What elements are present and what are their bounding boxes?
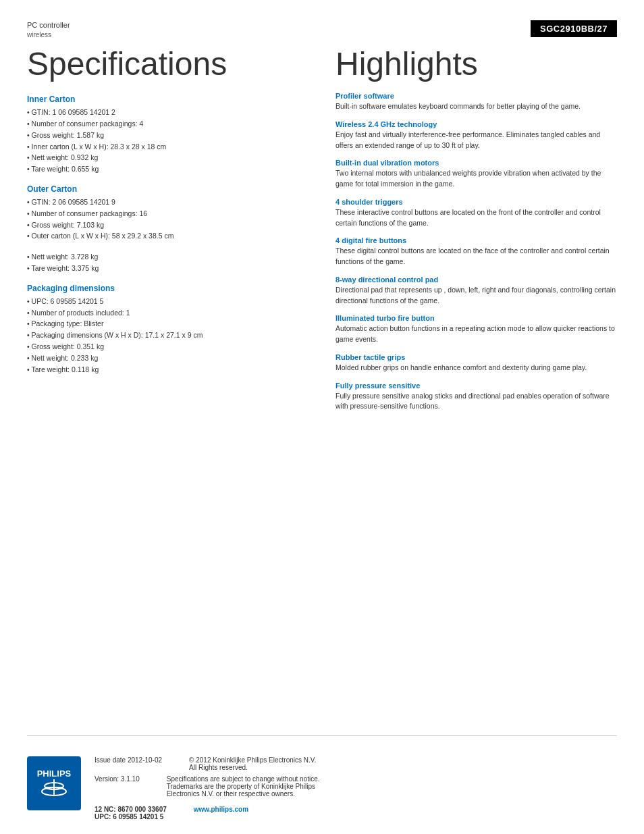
list-item: Nett weight: 0.932 kg: [27, 152, 302, 163]
highlight-item: Built-in dual vibration motorsTwo intern…: [336, 159, 617, 190]
highlight-item: 4 digital fire buttonsThese digital cont…: [336, 236, 617, 267]
footer-row-nc: 12 NC: 8670 000 33607UPC: 6 09585 14201 …: [95, 806, 617, 820]
highlight-item: 4 shoulder triggersThese interactive con…: [336, 198, 617, 229]
highlights-column: Highlights Profiler softwareBuilt-in sof…: [322, 47, 617, 735]
highlight-item-title: Wireless 2.4 GHz technology: [336, 120, 617, 128]
issue-date: Issue date 2012-10-02: [95, 756, 162, 771]
specifications-column: Specifications Inner Carton GTIN: 1 06 0…: [27, 47, 322, 735]
footer-row-version: Version: 3.1.10 Specifications are subje…: [95, 775, 617, 798]
svg-text:PHILIPS: PHILIPS: [37, 768, 72, 779]
list-item: Number of products included: 1: [27, 307, 302, 319]
highlight-item-title: Profiler software: [336, 92, 617, 100]
highlights-title: Highlights: [336, 47, 617, 82]
list-item: Packaging dimensions (W x H x D): 17.1 x…: [27, 330, 302, 341]
list-item: Gross weight: 7.103 kg: [27, 219, 302, 231]
list-item: Nett weight: 3.728 kg: [27, 251, 302, 263]
footer: PHILIPS Issue date 2012-10-02 © 2012 Kon…: [27, 735, 617, 820]
list-item: Inner carton (L x W x H): 28.3 x 28 x 18…: [27, 141, 302, 153]
highlight-item-title: Illuminated turbo fire button: [336, 314, 617, 322]
nc-upc: 12 NC: 8670 000 33607UPC: 6 09585 14201 …: [95, 806, 167, 820]
list-item: GTIN: 1 06 09585 14201 2: [27, 107, 302, 118]
philips-logo: PHILIPS: [27, 756, 81, 810]
highlight-item: Fully pressure sensitiveFully pressure s…: [336, 382, 617, 413]
list-item: Nett weight: 0.233 kg: [27, 353, 302, 364]
list-item: Gross weight: 0.351 kg: [27, 341, 302, 353]
highlight-item-title: 8-way directional control pad: [336, 276, 617, 284]
disclaimer: Specifications are subject to change wit…: [167, 775, 320, 798]
highlight-item: 8-way directional control padDirectional…: [336, 276, 617, 307]
website-link[interactable]: www.philips.com: [194, 806, 248, 820]
col2-items-list: Nett weight: 3.728 kgTare weight: 3.375 …: [27, 251, 302, 274]
list-item: Tare weight: 3.375 kg: [27, 263, 302, 274]
list-item: Tare weight: 0.118 kg: [27, 364, 302, 375]
product-line2: wireless: [27, 30, 70, 40]
outer-carton-title: Outer Carton: [27, 184, 302, 194]
highlights-list: Profiler softwareBuilt-in software emula…: [336, 92, 617, 412]
highlight-item-desc: Enjoy fast and virtually interference-fr…: [336, 130, 617, 151]
highlight-item-desc: Molded rubber grips on handle enhance co…: [336, 363, 617, 373]
inner-carton-title: Inner Carton: [27, 95, 302, 104]
highlight-item-desc: Directional pad that represents up , dow…: [336, 285, 617, 307]
list-item: GTIN: 2 06 09585 14201 9: [27, 197, 302, 208]
outer-carton-list: GTIN: 2 06 09585 14201 9Number of consum…: [27, 197, 302, 242]
list-item: Gross weight: 1.587 kg: [27, 130, 302, 141]
footer-row-issue: Issue date 2012-10-02 © 2012 Koninklijke…: [95, 756, 617, 771]
highlight-item-title: Built-in dual vibration motors: [336, 159, 617, 167]
packaging-dimensions-list: UPC: 6 09585 14201 5Number of products i…: [27, 296, 302, 375]
highlight-item-desc: These digital control buttons are locate…: [336, 246, 617, 267]
list-item: Outer carton (L x W x H): 58 x 29.2 x 38…: [27, 230, 302, 242]
list-item: UPC: 6 09585 14201 5: [27, 296, 302, 307]
inner-carton-list: GTIN: 1 06 09585 14201 2Number of consum…: [27, 107, 302, 175]
highlight-item-title: 4 shoulder triggers: [336, 198, 617, 206]
highlight-item: Illuminated turbo fire buttonAutomatic a…: [336, 314, 617, 345]
packaging-dimensions-title: Packaging dimensions: [27, 284, 302, 293]
footer-info: Issue date 2012-10-02 © 2012 Koninklijke…: [95, 756, 617, 820]
highlight-item: Rubber tactile gripsMolded rubber grips …: [336, 353, 617, 373]
top-bar: PC controller wireless SGC2910BB/27: [27, 20, 617, 40]
highlight-item-desc: Two internal motors with unbalanced weig…: [336, 168, 617, 190]
highlight-item-title: Fully pressure sensitive: [336, 382, 617, 390]
list-item: Tare weight: 0.655 kg: [27, 163, 302, 175]
version: Version: 3.1.10: [95, 775, 140, 798]
highlight-item: Wireless 2.4 GHz technologyEnjoy fast an…: [336, 120, 617, 151]
product-label: PC controller wireless: [27, 20, 70, 40]
highlight-item-title: 4 digital fire buttons: [336, 236, 617, 244]
highlight-item-desc: Fully pressure sensitive analog sticks a…: [336, 391, 617, 413]
highlight-item-title: Rubber tactile grips: [336, 353, 617, 361]
list-item: Number of consumer packagings: 16: [27, 208, 302, 219]
page-title: Specifications: [27, 47, 302, 82]
copyright: © 2012 Koninklijke Philips Electronics N…: [189, 756, 316, 771]
list-item: Number of consumer packagings: 4: [27, 118, 302, 130]
list-item: Packaging type: Blister: [27, 318, 302, 330]
main-content: Specifications Inner Carton GTIN: 1 06 0…: [27, 47, 617, 735]
highlight-item-desc: These interactive control buttons are lo…: [336, 207, 617, 229]
product-line1: PC controller: [27, 20, 70, 30]
highlight-item: Profiler softwareBuilt-in software emula…: [336, 92, 617, 112]
model-badge: SGC2910BB/27: [531, 20, 617, 37]
highlight-item-desc: Automatic action button functions in a r…: [336, 323, 617, 345]
highlight-item-desc: Built-in software emulates keyboard comm…: [336, 101, 617, 112]
